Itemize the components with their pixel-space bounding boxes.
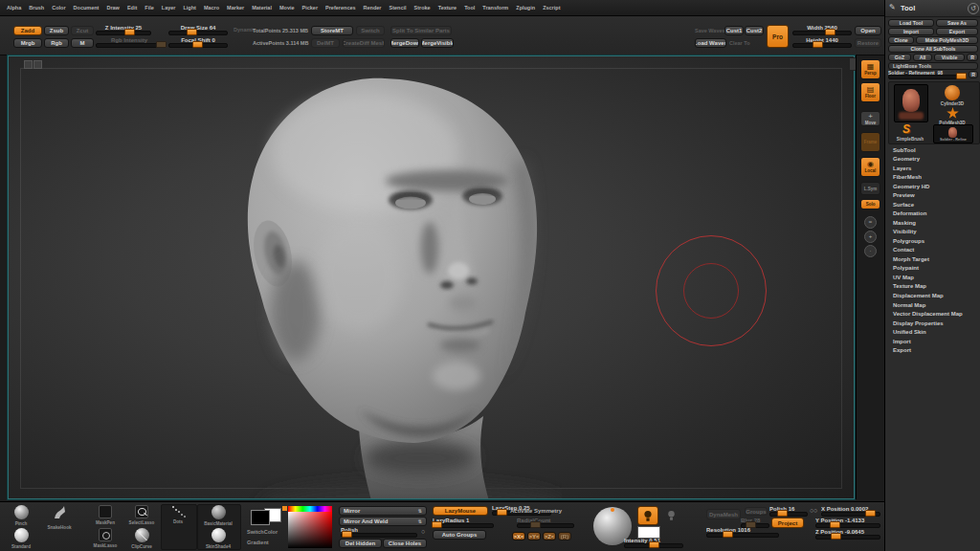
lsym-icon[interactable]: L.Sym xyxy=(860,182,880,195)
slider-handle[interactable] xyxy=(865,510,876,517)
zcut-button[interactable]: Zcut xyxy=(71,26,94,35)
create-diff-mesh-button[interactable]: CreateDiff Mesh xyxy=(343,38,385,48)
subpalette-export[interactable]: Export xyxy=(885,345,980,355)
gradient-button[interactable]: Gradient xyxy=(247,540,269,545)
color-picker[interactable] xyxy=(288,512,332,548)
subpalette-fibermesh[interactable]: FiberMesh xyxy=(885,173,980,183)
brush-clipcurve[interactable]: ClipCurve xyxy=(122,528,161,549)
solo-icon[interactable]: Solo xyxy=(860,199,880,209)
active-tool-thumbnail[interactable] xyxy=(894,84,928,122)
brush-standard[interactable]: Standard xyxy=(2,528,40,549)
del-mt-button[interactable]: DelMT xyxy=(311,38,340,48)
brush-maskpen[interactable]: MaskPen xyxy=(86,505,124,525)
goz-button[interactable]: GoZ xyxy=(888,54,911,61)
mirror-button[interactable]: Mirror⇅ xyxy=(339,506,427,516)
save-as-button[interactable]: Save As xyxy=(936,19,978,27)
mirror-and-weld-button[interactable]: Mirror And Weld⇅ xyxy=(339,517,427,526)
activate-symmetry-button[interactable]: Activate Symmetry xyxy=(510,508,562,514)
subpalette-polygroups[interactable]: Polygroups xyxy=(885,236,980,246)
menu-light[interactable]: Light xyxy=(183,5,195,11)
subpalette-uv-map[interactable]: UV Map xyxy=(885,273,980,282)
menu-color[interactable]: Color xyxy=(52,5,65,11)
symmetry-x-button[interactable]: >X< xyxy=(512,532,525,540)
polymesh3d-thumbnail[interactable] xyxy=(947,107,959,120)
subpalette-preview[interactable]: Preview xyxy=(885,191,980,201)
menu-marker[interactable]: Marker xyxy=(227,5,244,11)
slider-handle[interactable] xyxy=(497,509,507,516)
persp-icon[interactable]: ▦ Persp xyxy=(860,59,880,79)
stroke-dots[interactable]: Dots xyxy=(159,505,197,524)
rgb-intensity-slider[interactable]: Rgb Intensity xyxy=(96,37,163,48)
subpalette-display-properties[interactable]: Display Properties xyxy=(885,319,980,328)
slider-handle[interactable] xyxy=(956,73,967,79)
goz-visible-button[interactable]: Visible xyxy=(934,54,965,61)
subpalette-import[interactable]: Import xyxy=(885,337,980,346)
menu-alpha[interactable]: Alpha xyxy=(7,5,21,11)
load-tool-button[interactable]: Load Tool xyxy=(888,19,934,27)
slider-handle[interactable] xyxy=(723,531,733,538)
dynamesh-groups-button[interactable]: Groups xyxy=(745,507,768,516)
subpalette-layers[interactable]: Layers xyxy=(885,164,980,173)
slider-handle[interactable] xyxy=(813,41,823,48)
dynamesh-resolution-slider[interactable]: Resolution 1016 xyxy=(706,527,779,538)
subpalette-texture-map[interactable]: Texture Map xyxy=(885,282,980,292)
polish-mode-icon[interactable]: ○ xyxy=(421,528,425,535)
polish-slider[interactable]: Polish xyxy=(341,527,417,538)
restore-button[interactable]: Restore xyxy=(855,38,881,48)
cust1-button[interactable]: Cust1 xyxy=(724,26,744,35)
slider-handle[interactable] xyxy=(192,41,203,48)
split-similar-parts-button[interactable]: Split To Similar Parts xyxy=(390,26,452,35)
main-color-swatch[interactable] xyxy=(251,510,270,525)
subpalette-geometry-hd[interactable]: Geometry HD xyxy=(885,182,980,191)
import-button[interactable]: Import xyxy=(888,28,934,35)
switch-color-button[interactable]: SwitchColor xyxy=(247,529,278,535)
recent-tool-thumbnail[interactable]: Soldier - Refine xyxy=(933,124,973,143)
canvas-mini-icon[interactable] xyxy=(33,60,42,69)
frame-icon[interactable]: Frame xyxy=(860,132,880,152)
local-icon[interactable]: ◉ Local xyxy=(860,157,880,177)
draw-size-slider[interactable]: Draw Size 64 xyxy=(168,25,228,35)
store-mt-button[interactable]: StoreMT xyxy=(311,26,353,35)
zsub-button[interactable]: Zsub xyxy=(44,26,69,35)
slider-handle[interactable] xyxy=(124,29,135,35)
subpalette-displacement-map[interactable]: Displacement Map xyxy=(885,291,980,300)
menu-document[interactable]: Document xyxy=(74,5,100,11)
subpalette-geometry[interactable]: Geometry xyxy=(885,155,980,165)
slider-handle[interactable] xyxy=(777,510,788,517)
menu-file[interactable]: File xyxy=(145,5,153,11)
goz-r-button[interactable]: R xyxy=(967,54,978,61)
menu-material[interactable]: Material xyxy=(252,5,272,11)
zadd-button[interactable]: Zadd xyxy=(13,26,42,35)
subpalette-deformation[interactable]: Deformation xyxy=(885,209,980,219)
subpalette-surface[interactable]: Surface xyxy=(885,200,980,209)
brush-pinch[interactable]: Pinch xyxy=(2,505,40,526)
light-2-button[interactable] xyxy=(667,508,676,525)
sculpt-head[interactable] xyxy=(217,74,562,499)
switch-mt-button[interactable]: Switch xyxy=(356,26,385,35)
menu-tool[interactable]: Tool xyxy=(464,5,475,11)
subpalette-vector-displacement-map[interactable]: Vector Displacement Map xyxy=(885,309,980,319)
focal-shift-slider[interactable]: Focal Shift 0 xyxy=(168,37,228,48)
slider-handle[interactable] xyxy=(187,29,197,35)
restore-config-icon[interactable]: ↺ xyxy=(968,3,979,14)
merge-down-button[interactable]: MergeDown xyxy=(390,38,419,48)
slider-handle[interactable] xyxy=(831,533,841,540)
menu-zplugin[interactable]: Zplugin xyxy=(516,5,535,11)
subpalette-visibility[interactable]: Visibility xyxy=(885,228,980,237)
slider-handle[interactable] xyxy=(649,541,659,548)
doc-width-slider[interactable]: Width 2560 xyxy=(792,25,852,35)
lightbox-tools-button[interactable]: LightBoxe Tools xyxy=(888,62,978,70)
save-waves-button[interactable]: Save Waves xyxy=(695,28,725,33)
subpalette-contact[interactable]: Contact xyxy=(885,246,980,255)
document-canvas[interactable] xyxy=(8,55,855,499)
subpalette-masking[interactable]: Masking xyxy=(885,218,980,228)
menu-brush[interactable]: Brush xyxy=(29,5,44,11)
doc-height-slider[interactable]: Height 1440 xyxy=(792,37,852,48)
simplebrush-thumbnail[interactable]: S xyxy=(902,122,910,136)
material-skinshade[interactable]: SkinShade4 xyxy=(199,528,237,549)
dynamesh-polish-slider[interactable]: Polish 16 xyxy=(769,506,808,517)
make-polymesh3d-button[interactable]: Make PolyMesh3D xyxy=(916,36,978,44)
active-tool-name-slider[interactable]: Soldier - Refinement_98 xyxy=(888,70,967,79)
del-hidden-button[interactable]: Del Hidden xyxy=(339,539,382,548)
menu-layer[interactable]: Layer xyxy=(162,5,176,11)
